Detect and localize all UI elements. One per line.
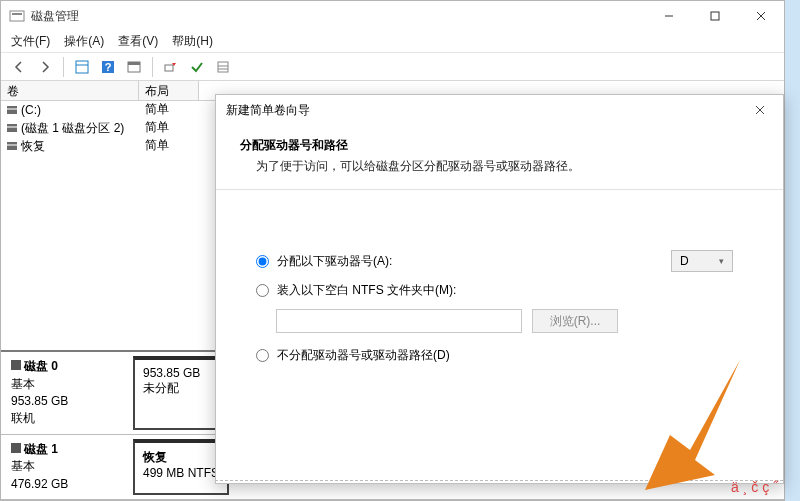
menu-file[interactable]: 文件(F) [11, 33, 50, 50]
svg-rect-13 [218, 62, 228, 72]
window-buttons [646, 1, 784, 31]
app-icon [9, 8, 25, 24]
menu-view[interactable]: 查看(V) [118, 33, 158, 50]
svg-rect-6 [76, 61, 88, 73]
toolbar: ? [1, 53, 784, 81]
toolbar-btn-5[interactable] [185, 56, 209, 78]
volume-name: (C:) [21, 103, 41, 117]
disk-icon [11, 360, 21, 370]
titlebar: 磁盘管理 [1, 1, 784, 31]
radio-assign-letter[interactable] [256, 255, 269, 268]
volume-layout: 简单 [139, 101, 199, 119]
volume-icon [7, 142, 17, 150]
menu-action[interactable]: 操作(A) [64, 33, 104, 50]
drive-letter-select[interactable]: D ▾ [671, 250, 733, 272]
forward-button[interactable] [33, 56, 57, 78]
option-label: 不分配驱动器号或驱动器路径(D) [277, 347, 450, 364]
disk-type: 基本 [11, 459, 35, 473]
option-label: 分配以下驱动器号(A): [277, 253, 392, 270]
browse-button[interactable]: 浏览(R)... [532, 309, 618, 333]
dashed-line [215, 480, 783, 481]
radio-no-assign[interactable] [256, 349, 269, 362]
disk-size: 476.92 GB [11, 477, 68, 491]
volume-icon [7, 124, 17, 132]
mount-path-input[interactable] [276, 309, 522, 333]
partition-size: 499 MB NTFS [143, 466, 219, 480]
option-label: 装入以下空白 NTFS 文件夹中(M): [277, 282, 456, 299]
option-no-assign[interactable]: 不分配驱动器号或驱动器路径(D) [256, 347, 761, 364]
partition[interactable]: 953.85 GB 未分配 [133, 356, 223, 430]
option-mount-folder[interactable]: 装入以下空白 NTFS 文件夹中(M): [256, 282, 761, 299]
svg-rect-12 [165, 65, 173, 71]
help-icon[interactable]: ? [96, 56, 120, 78]
dialog-close-button[interactable] [747, 97, 773, 123]
partition-status: 未分配 [143, 380, 213, 397]
dialog-subtext: 为了便于访问，可以给磁盘分区分配驱动器号或驱动器路径。 [238, 154, 761, 189]
svg-rect-0 [10, 11, 24, 21]
volume-name: (磁盘 1 磁盘分区 2) [21, 120, 124, 137]
disk-type: 基本 [11, 377, 35, 391]
separator [152, 57, 153, 77]
toolbar-btn-4[interactable] [159, 56, 183, 78]
drive-letter-value: D [680, 254, 689, 268]
disk-status: 联机 [11, 411, 35, 425]
option-assign-letter[interactable]: 分配以下驱动器号(A): D ▾ [256, 250, 761, 272]
volume-icon [7, 106, 17, 114]
minimize-button[interactable] [646, 1, 692, 31]
toolbar-btn-6[interactable] [211, 56, 235, 78]
dialog-separator [216, 189, 783, 190]
svg-rect-11 [128, 62, 140, 65]
dialog-titlebar: 新建简单卷向导 [216, 95, 783, 125]
back-button[interactable] [7, 56, 31, 78]
close-button[interactable] [738, 1, 784, 31]
disk-size: 953.85 GB [11, 394, 68, 408]
svg-text:?: ? [105, 61, 112, 73]
disk-title: 磁盘 1 [24, 442, 58, 456]
volume-name: 恢复 [21, 138, 45, 155]
dialog-body: 分配驱动器号和路径 为了便于访问，可以给磁盘分区分配驱动器号或驱动器路径。 分配… [216, 125, 783, 384]
menubar: 文件(F) 操作(A) 查看(V) 帮助(H) [1, 31, 784, 53]
disk-info: 磁盘 1 基本 476.92 GB [1, 435, 127, 499]
col-layout[interactable]: 布局 [139, 81, 199, 100]
disk-icon [11, 443, 21, 453]
disk-info: 磁盘 0 基本 953.85 GB 联机 [1, 352, 127, 434]
dialog-title: 新建简单卷向导 [226, 102, 747, 119]
volume-layout: 简单 [139, 137, 199, 155]
window-title: 磁盘管理 [31, 8, 646, 25]
toolbar-btn-3[interactable] [122, 56, 146, 78]
col-volume[interactable]: 卷 [1, 81, 139, 100]
volume-layout: 简单 [139, 119, 199, 137]
separator [63, 57, 64, 77]
watermark-text: ä¸čç˝ [731, 479, 782, 495]
chevron-down-icon: ▾ [719, 256, 724, 266]
partition-size: 953.85 GB [143, 366, 213, 380]
radio-mount-folder[interactable] [256, 284, 269, 297]
toolbar-btn-1[interactable] [70, 56, 94, 78]
dialog-heading: 分配驱动器号和路径 [238, 135, 761, 154]
partition-name: 恢复 [143, 450, 167, 464]
svg-rect-1 [12, 13, 22, 15]
disk-title: 磁盘 0 [24, 359, 58, 373]
menu-help[interactable]: 帮助(H) [172, 33, 213, 50]
maximize-button[interactable] [692, 1, 738, 31]
mount-path-row: 浏览(R)... [276, 309, 761, 333]
new-volume-wizard-dialog: 新建简单卷向导 分配驱动器号和路径 为了便于访问，可以给磁盘分区分配驱动器号或驱… [215, 94, 784, 484]
svg-rect-3 [711, 12, 719, 20]
